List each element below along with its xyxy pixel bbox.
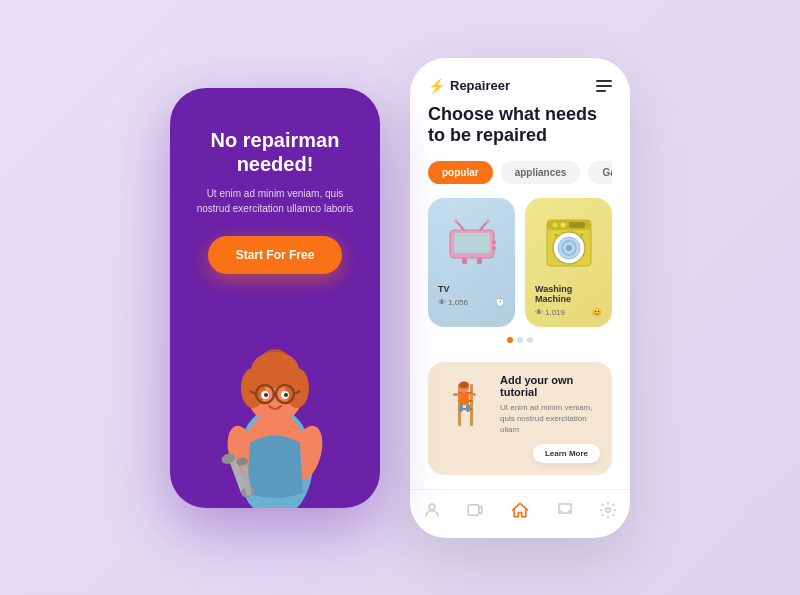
app-content: Choose what needs to be repaired popular… xyxy=(410,104,630,362)
tutorial-text-content: Add your own tutorial Ut enim ad minim v… xyxy=(500,374,600,463)
nav-home[interactable] xyxy=(510,500,530,524)
left-title: No repairman needed! xyxy=(194,128,356,176)
washer-count-value: 1,019 xyxy=(545,308,565,317)
tabs-row: popular appliances Gardeni… xyxy=(428,161,612,184)
phone-left: No repairman needed! Ut enim ad minim ve… xyxy=(170,88,380,508)
svg-rect-53 xyxy=(459,404,463,412)
svg-point-29 xyxy=(454,219,458,223)
learn-more-button[interactable]: Learn More xyxy=(533,444,600,463)
section-title: Choose what needs to be repaired xyxy=(428,104,612,147)
tutorial-title: Add your own tutorial xyxy=(500,374,600,398)
nav-messages[interactable] xyxy=(556,501,574,523)
washer-count-icon: 👁 xyxy=(535,308,543,317)
washer-icon xyxy=(539,215,599,270)
svg-rect-38 xyxy=(569,222,585,228)
logo-text: Repaireer xyxy=(450,78,510,93)
character-illustration xyxy=(185,298,365,508)
phone-right: ⚡ Repaireer Choose what needs to be repa… xyxy=(410,58,630,538)
svg-point-17 xyxy=(264,393,268,397)
svg-rect-52 xyxy=(459,393,469,405)
svg-point-43 xyxy=(554,234,557,237)
svg-point-33 xyxy=(492,246,496,250)
tab-popular[interactable]: popular xyxy=(428,161,493,184)
svg-point-44 xyxy=(580,234,583,237)
svg-rect-54 xyxy=(466,404,470,412)
phone-right-inner: ⚡ Repaireer Choose what needs to be repa… xyxy=(410,58,630,538)
tv-meta: 👁 1,056 🕐 xyxy=(438,298,505,307)
tv-label: TV xyxy=(438,284,505,294)
svg-point-36 xyxy=(552,223,557,228)
washer-label: Washing Machine xyxy=(535,284,602,304)
washer-icon-area xyxy=(535,208,602,278)
hamburger-line-3 xyxy=(596,90,606,92)
video-icon xyxy=(466,501,484,523)
washer-emoji: 😊 xyxy=(592,308,602,317)
start-for-free-button[interactable]: Start For Free xyxy=(208,236,343,274)
dot-2 xyxy=(517,337,523,343)
left-phone-text: No repairman needed! Ut enim ad minim ve… xyxy=(194,128,356,274)
bottom-nav xyxy=(410,489,630,538)
tutorial-banner: Add your own tutorial Ut enim ad minim v… xyxy=(428,362,612,475)
nav-profile[interactable] xyxy=(423,501,441,523)
svg-point-31 xyxy=(486,219,490,223)
app-header: ⚡ Repaireer xyxy=(410,58,630,104)
tv-count-icon: 👁 xyxy=(438,298,446,307)
tutorial-desc: Ut enim ad minim veniam, quis nostrud ex… xyxy=(500,402,600,436)
dot-1 xyxy=(507,337,513,343)
svg-rect-26 xyxy=(462,258,467,264)
nav-videos[interactable] xyxy=(466,501,484,523)
messages-icon xyxy=(556,501,574,523)
tab-appliances[interactable]: appliances xyxy=(501,161,581,184)
tv-count-value: 1,056 xyxy=(448,298,468,307)
pagination-dots xyxy=(428,337,612,343)
svg-point-42 xyxy=(566,245,572,251)
left-subtitle: Ut enim ad minim veniam, quis nostrud ex… xyxy=(194,186,356,216)
dot-3 xyxy=(527,337,533,343)
profile-icon xyxy=(423,501,441,523)
tv-icon-area xyxy=(438,208,505,278)
svg-point-57 xyxy=(429,504,435,510)
svg-rect-25 xyxy=(454,233,490,253)
logo-icon: ⚡ xyxy=(428,78,445,94)
hamburger-line-1 xyxy=(596,80,612,82)
hamburger-menu-button[interactable] xyxy=(596,80,612,92)
svg-rect-27 xyxy=(477,258,482,264)
tv-time-icon: 🕐 xyxy=(495,298,505,307)
washer-meta: 👁 1,019 😊 xyxy=(535,308,602,317)
tv-count: 👁 1,056 xyxy=(438,298,468,307)
svg-point-37 xyxy=(560,223,565,228)
hamburger-line-2 xyxy=(596,85,612,87)
washer-count: 👁 1,019 xyxy=(535,308,565,317)
card-tv[interactable]: TV 👁 1,056 🕐 xyxy=(428,198,515,327)
phones-container: No repairman needed! Ut enim ad minim ve… xyxy=(170,58,630,538)
svg-point-32 xyxy=(492,240,496,244)
svg-rect-58 xyxy=(469,504,480,515)
nav-settings[interactable] xyxy=(599,501,617,523)
home-icon xyxy=(510,500,530,524)
tutorial-illustration xyxy=(440,374,490,429)
tv-icon xyxy=(442,218,502,268)
settings-icon xyxy=(599,501,617,523)
app-logo: ⚡ Repaireer xyxy=(428,78,510,94)
svg-rect-56 xyxy=(469,393,476,396)
svg-rect-46 xyxy=(470,384,473,426)
svg-point-51 xyxy=(459,381,469,388)
tab-gardening[interactable]: Gardeni… xyxy=(588,161,612,184)
svg-point-59 xyxy=(606,507,611,512)
svg-rect-55 xyxy=(453,393,460,396)
card-washer[interactable]: Washing Machine 👁 1,019 😊 xyxy=(525,198,612,327)
svg-point-18 xyxy=(284,393,288,397)
cards-row: TV 👁 1,056 🕐 xyxy=(428,198,612,327)
